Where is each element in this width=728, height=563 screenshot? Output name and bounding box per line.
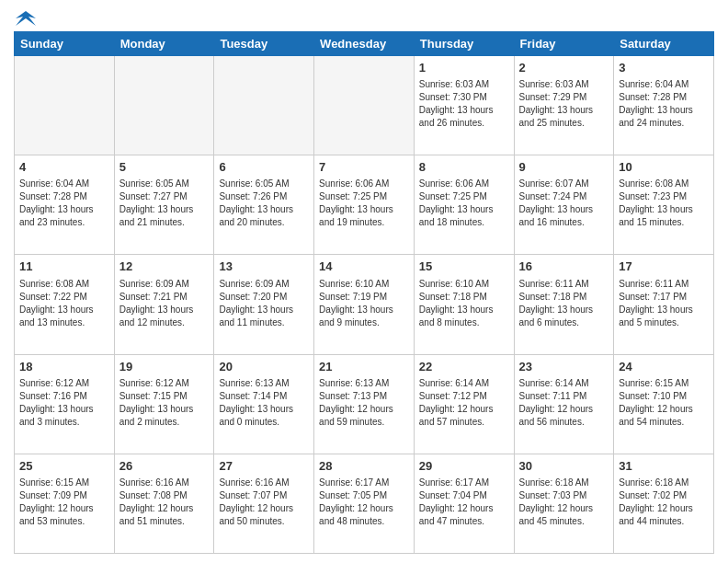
day-number: 8 xyxy=(419,159,509,176)
calendar-cell: 19Sunrise: 6:12 AM Sunset: 7:15 PM Dayli… xyxy=(114,354,214,454)
day-number: 2 xyxy=(519,60,609,76)
calendar-cell: 25Sunrise: 6:15 AM Sunset: 7:09 PM Dayli… xyxy=(15,454,115,553)
day-info: Sunrise: 6:17 AM Sunset: 7:04 PM Dayligh… xyxy=(419,477,509,528)
day-info: Sunrise: 6:06 AM Sunset: 7:25 PM Dayligh… xyxy=(319,178,409,229)
calendar-cell: 1Sunrise: 6:03 AM Sunset: 7:30 PM Daylig… xyxy=(414,56,514,155)
day-info: Sunrise: 6:09 AM Sunset: 7:20 PM Dayligh… xyxy=(219,278,309,329)
day-number: 23 xyxy=(519,359,609,375)
day-number: 28 xyxy=(319,458,409,475)
day-info: Sunrise: 6:07 AM Sunset: 7:24 PM Dayligh… xyxy=(519,178,609,229)
day-number: 5 xyxy=(119,159,210,176)
day-info: Sunrise: 6:05 AM Sunset: 7:26 PM Dayligh… xyxy=(219,178,309,229)
week-row-0: 1Sunrise: 6:03 AM Sunset: 7:30 PM Daylig… xyxy=(15,56,714,155)
calendar-cell: 17Sunrise: 6:11 AM Sunset: 7:17 PM Dayli… xyxy=(614,255,714,354)
day-info: Sunrise: 6:04 AM Sunset: 7:28 PM Dayligh… xyxy=(619,78,709,130)
day-number: 18 xyxy=(19,359,109,375)
week-row-4: 25Sunrise: 6:15 AM Sunset: 7:09 PM Dayli… xyxy=(15,454,714,553)
calendar-cell: 6Sunrise: 6:05 AM Sunset: 7:26 PM Daylig… xyxy=(214,155,314,255)
day-number: 1 xyxy=(419,60,509,76)
day-info: Sunrise: 6:16 AM Sunset: 7:07 PM Dayligh… xyxy=(219,477,309,528)
calendar-cell: 9Sunrise: 6:07 AM Sunset: 7:24 PM Daylig… xyxy=(514,155,614,255)
logo-general-text xyxy=(14,9,36,26)
day-info: Sunrise: 6:13 AM Sunset: 7:14 PM Dayligh… xyxy=(219,377,309,429)
day-number: 27 xyxy=(219,458,309,475)
day-info: Sunrise: 6:16 AM Sunset: 7:08 PM Dayligh… xyxy=(119,477,210,528)
day-info: Sunrise: 6:14 AM Sunset: 7:11 PM Dayligh… xyxy=(519,377,609,429)
day-number: 10 xyxy=(619,159,709,176)
week-row-3: 18Sunrise: 6:12 AM Sunset: 7:16 PM Dayli… xyxy=(15,354,714,454)
day-info: Sunrise: 6:17 AM Sunset: 7:05 PM Dayligh… xyxy=(319,477,409,528)
calendar-cell: 20Sunrise: 6:13 AM Sunset: 7:14 PM Dayli… xyxy=(214,354,314,454)
calendar-cell: 10Sunrise: 6:08 AM Sunset: 7:23 PM Dayli… xyxy=(614,155,714,255)
day-number: 19 xyxy=(119,359,210,375)
day-info: Sunrise: 6:18 AM Sunset: 7:02 PM Dayligh… xyxy=(619,477,709,528)
day-number: 24 xyxy=(619,359,709,375)
header-sunday: Sunday xyxy=(15,32,115,56)
calendar-cell: 7Sunrise: 6:06 AM Sunset: 7:25 PM Daylig… xyxy=(314,155,415,255)
day-info: Sunrise: 6:10 AM Sunset: 7:19 PM Dayligh… xyxy=(319,278,409,329)
logo xyxy=(14,9,36,26)
calendar-cell: 12Sunrise: 6:09 AM Sunset: 7:21 PM Dayli… xyxy=(114,255,214,354)
calendar-cell: 11Sunrise: 6:08 AM Sunset: 7:22 PM Dayli… xyxy=(15,255,115,354)
week-row-2: 11Sunrise: 6:08 AM Sunset: 7:22 PM Dayli… xyxy=(15,255,714,354)
day-info: Sunrise: 6:09 AM Sunset: 7:21 PM Dayligh… xyxy=(119,278,210,329)
svg-marker-0 xyxy=(16,11,36,26)
calendar-cell xyxy=(15,56,115,155)
day-info: Sunrise: 6:18 AM Sunset: 7:03 PM Dayligh… xyxy=(519,477,609,528)
day-number: 31 xyxy=(619,458,709,475)
day-info: Sunrise: 6:05 AM Sunset: 7:27 PM Dayligh… xyxy=(119,178,210,229)
calendar-cell: 3Sunrise: 6:04 AM Sunset: 7:28 PM Daylig… xyxy=(614,56,714,155)
calendar-cell: 14Sunrise: 6:10 AM Sunset: 7:19 PM Dayli… xyxy=(314,255,415,354)
day-info: Sunrise: 6:15 AM Sunset: 7:10 PM Dayligh… xyxy=(619,377,709,429)
day-number: 13 xyxy=(219,259,309,275)
header-tuesday: Tuesday xyxy=(214,32,314,56)
day-info: Sunrise: 6:12 AM Sunset: 7:15 PM Dayligh… xyxy=(119,377,210,429)
day-number: 25 xyxy=(19,458,109,475)
calendar-cell: 8Sunrise: 6:06 AM Sunset: 7:25 PM Daylig… xyxy=(414,155,514,255)
day-number: 15 xyxy=(419,259,509,275)
day-number: 4 xyxy=(19,159,109,176)
calendar-cell: 28Sunrise: 6:17 AM Sunset: 7:05 PM Dayli… xyxy=(314,454,415,553)
day-info: Sunrise: 6:10 AM Sunset: 7:18 PM Dayligh… xyxy=(419,278,509,329)
calendar-cell: 4Sunrise: 6:04 AM Sunset: 7:28 PM Daylig… xyxy=(15,155,115,255)
day-number: 26 xyxy=(119,458,210,475)
day-info: Sunrise: 6:03 AM Sunset: 7:29 PM Dayligh… xyxy=(519,78,609,130)
calendar-cell: 18Sunrise: 6:12 AM Sunset: 7:16 PM Dayli… xyxy=(15,354,115,454)
day-number: 16 xyxy=(519,259,609,275)
header-thursday: Thursday xyxy=(414,32,514,56)
day-info: Sunrise: 6:03 AM Sunset: 7:30 PM Dayligh… xyxy=(419,78,509,130)
day-number: 21 xyxy=(319,359,409,375)
calendar-cell: 27Sunrise: 6:16 AM Sunset: 7:07 PM Dayli… xyxy=(214,454,314,553)
day-info: Sunrise: 6:11 AM Sunset: 7:18 PM Dayligh… xyxy=(519,278,609,329)
day-number: 17 xyxy=(619,259,709,275)
calendar-cell: 5Sunrise: 6:05 AM Sunset: 7:27 PM Daylig… xyxy=(114,155,214,255)
calendar-table: SundayMondayTuesdayWednesdayThursdayFrid… xyxy=(14,31,714,554)
day-number: 7 xyxy=(319,159,409,176)
day-number: 9 xyxy=(519,159,609,176)
day-info: Sunrise: 6:08 AM Sunset: 7:22 PM Dayligh… xyxy=(19,278,109,329)
calendar-cell: 31Sunrise: 6:18 AM Sunset: 7:02 PM Dayli… xyxy=(614,454,714,553)
calendar-cell: 30Sunrise: 6:18 AM Sunset: 7:03 PM Dayli… xyxy=(514,454,614,553)
logo-bird-icon xyxy=(16,9,36,26)
header-wednesday: Wednesday xyxy=(314,32,415,56)
day-info: Sunrise: 6:15 AM Sunset: 7:09 PM Dayligh… xyxy=(19,477,109,528)
calendar-cell: 15Sunrise: 6:10 AM Sunset: 7:18 PM Dayli… xyxy=(414,255,514,354)
day-info: Sunrise: 6:11 AM Sunset: 7:17 PM Dayligh… xyxy=(619,278,709,329)
header xyxy=(14,9,714,26)
calendar-cell xyxy=(314,56,415,155)
calendar-cell: 29Sunrise: 6:17 AM Sunset: 7:04 PM Dayli… xyxy=(414,454,514,553)
calendar-cell: 22Sunrise: 6:14 AM Sunset: 7:12 PM Dayli… xyxy=(414,354,514,454)
calendar-header-row: SundayMondayTuesdayWednesdayThursdayFrid… xyxy=(15,32,714,56)
day-number: 29 xyxy=(419,458,509,475)
day-info: Sunrise: 6:12 AM Sunset: 7:16 PM Dayligh… xyxy=(19,377,109,429)
calendar-cell: 2Sunrise: 6:03 AM Sunset: 7:29 PM Daylig… xyxy=(514,56,614,155)
calendar-cell: 23Sunrise: 6:14 AM Sunset: 7:11 PM Dayli… xyxy=(514,354,614,454)
day-info: Sunrise: 6:08 AM Sunset: 7:23 PM Dayligh… xyxy=(619,178,709,229)
calendar-cell: 13Sunrise: 6:09 AM Sunset: 7:20 PM Dayli… xyxy=(214,255,314,354)
day-info: Sunrise: 6:06 AM Sunset: 7:25 PM Dayligh… xyxy=(419,178,509,229)
calendar-cell xyxy=(214,56,314,155)
day-number: 20 xyxy=(219,359,309,375)
day-number: 11 xyxy=(19,259,109,275)
calendar-cell: 16Sunrise: 6:11 AM Sunset: 7:18 PM Dayli… xyxy=(514,255,614,354)
day-info: Sunrise: 6:13 AM Sunset: 7:13 PM Dayligh… xyxy=(319,377,409,429)
